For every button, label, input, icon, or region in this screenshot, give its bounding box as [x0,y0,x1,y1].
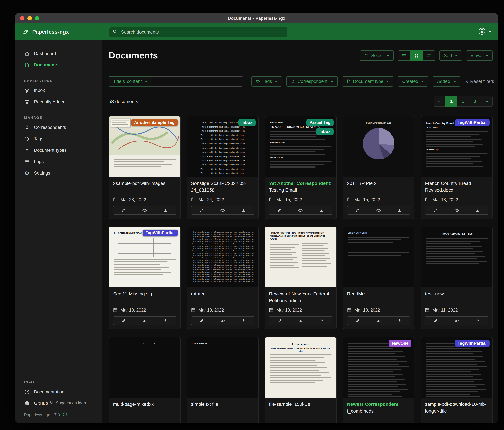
user-menu[interactable] [478,24,491,40]
detail-view-button[interactable] [423,50,435,61]
tag-badge[interactable]: Inbox [316,128,334,135]
view-document-button[interactable] [368,206,389,215]
document-thumbnail[interactable]: Another Sample Tag [109,116,180,177]
view-document-button[interactable] [134,316,155,325]
download-document-button[interactable] [155,316,176,325]
reset-filters-button[interactable]: × Reset filters [465,79,494,84]
title-content-filter-button[interactable]: Title & content [109,76,152,87]
sidebar-item-logs[interactable]: Logs [15,156,102,167]
document-title[interactable]: ReadMe [347,291,410,304]
document-thumbnail[interactable]: Lorem ipsumLorem ipsum dolor sit amet, c… [265,337,336,398]
views-button[interactable]: Views [466,50,493,61]
document-type-filter-button[interactable]: Document type [342,76,394,87]
document-card[interactable]: NewOne Newest Correspondent: f_combineds [343,337,415,423]
added-filter-button[interactable]: Added [433,76,460,87]
list-view-button[interactable] [398,50,411,61]
view-document-button[interactable] [446,206,467,215]
sidebar-item-correspondents[interactable]: Correspondents [15,122,102,133]
suggest-idea-link[interactable]: Suggest an idea [49,401,86,406]
view-document-button[interactable] [212,316,233,325]
sidebar-item-documentation[interactable]: Documentation [15,386,102,397]
document-thumbnail[interactable]: NewOne [343,337,414,398]
download-document-button[interactable] [233,316,254,325]
brand[interactable]: Paperless-ngx [22,28,69,35]
grid-view-button[interactable] [410,50,423,61]
sidebar-item-settings[interactable]: ⚙ Settings [15,167,102,178]
document-thumbnail[interactable]: This is the text that appears on the fir… [187,227,258,287]
edit-document-button[interactable] [269,316,290,325]
document-title[interactable]: simple txt file [191,401,254,415]
document-card[interactable]: Inbox This is a test for the double spac… [187,116,259,219]
document-card[interactable]: Another Sample Tag 2sample-pdf-with-imag… [109,116,180,219]
sidebar-item-inbox[interactable]: Inbox [15,84,102,96]
tags-filter-button[interactable]: Tags [252,76,282,87]
document-thumbnail[interactable]: Patient BP Distribution 2011 [343,116,414,177]
tag-badge[interactable]: Partial Tag [306,119,334,126]
document-title[interactable]: Sec 11-Missing sig [113,291,176,304]
document-thumbnail[interactable]: This is a test file. [187,337,258,398]
title-content-filter-input[interactable] [152,76,243,87]
edit-document-button[interactable] [191,316,212,325]
search-box[interactable] [109,27,287,37]
created-filter-button[interactable]: Created [398,76,428,87]
document-title[interactable]: Yet Another Correspondent: Testing Email [269,180,332,194]
edit-document-button[interactable] [425,316,446,325]
document-card[interactable]: TagWithPartial sample-pdf-download-10-mb… [421,337,493,423]
view-document-button[interactable] [368,316,389,325]
download-document-button[interactable] [155,206,176,215]
document-title[interactable]: 2011 BP Pie 2 [347,180,410,194]
download-document-button[interactable] [389,316,410,325]
info-circle-icon[interactable] [63,412,67,418]
document-card[interactable]: This is a test file. simple txt file [187,337,259,423]
select-button[interactable]: Select [360,50,394,61]
document-title[interactable]: 2sample-pdf-with-images [113,180,176,194]
document-title[interactable]: file-sample_150kBs [269,401,332,415]
tag-badge[interactable]: TagWithPartial [455,340,490,347]
document-title[interactable]: multi-page-mixedxx [113,401,176,415]
sidebar-item-dashboard[interactable]: Dashboard [15,48,102,59]
document-thumbnail[interactable]: Partial TagInbox Release NotesSimba ODBC… [265,116,336,177]
download-document-button[interactable] [311,206,332,215]
download-document-button[interactable] [233,206,254,215]
sidebar-item-documents[interactable]: Documents [15,59,102,71]
edit-document-button[interactable] [113,206,134,215]
document-title[interactable]: Sonstige ScanPC2022 03-24_081058 [191,180,254,194]
document-thumbnail[interactable]: This is a multi page document. Page 1. [109,337,180,398]
document-card[interactable]: Adobe Acrobat PDF Files test_new Mar 11,… [421,227,493,329]
edit-document-button[interactable] [269,206,290,215]
edit-document-button[interactable] [347,316,368,325]
document-title[interactable]: Newest Correspondent: f_combineds [347,401,410,415]
pagination-page-3[interactable]: 3 [469,96,481,107]
document-title[interactable]: test_new [425,291,488,304]
document-card[interactable]: This is the text that appears on the fir… [187,227,259,329]
document-card[interactable]: Patient BP Distribution 2011 2011 BP Pie… [343,116,415,219]
edit-document-button[interactable] [425,206,446,215]
view-document-button[interactable] [212,206,233,215]
document-card[interactable]: TagWithPartial French Country BreadFor t… [421,116,493,219]
download-document-button[interactable] [389,206,410,215]
document-title[interactable]: French Country Bread Revised.docx [425,180,488,194]
close-window-button[interactable] [20,16,25,20]
document-thumbnail[interactable]: Inbox This is a test for the double spac… [187,116,258,177]
document-title[interactable]: rotated [191,291,254,304]
edit-document-button[interactable] [191,206,212,215]
document-card[interactable]: Contact Sheet Demo ReadMe Mar 13, 2022 [343,227,415,329]
document-card[interactable]: Review of New York Federal Petitions for… [265,227,336,329]
document-correspondent-link[interactable]: Yet Another Correspondent [269,181,330,186]
minimize-window-button[interactable] [27,16,32,20]
tag-badge[interactable]: TagWithPartial [455,119,490,126]
document-title[interactable]: sample-pdf-download-10-mb-longer-title [425,401,488,415]
sidebar-item-document-types[interactable]: # Document types [15,144,102,156]
document-card[interactable]: TagWithPartial 1.1. CONTINUING MEDICAL E… [109,227,180,329]
sort-button[interactable]: Sort [440,50,462,61]
search-input[interactable] [120,29,284,35]
sidebar-item-tags[interactable]: Tags [15,133,102,144]
pagination-page-1[interactable]: 1 [445,96,457,107]
view-document-button[interactable] [134,206,155,215]
pagination-prev[interactable]: « [433,96,446,107]
zoom-window-button[interactable] [35,16,39,20]
download-document-button[interactable] [467,206,488,215]
download-document-button[interactable] [467,316,488,325]
document-title[interactable]: Review-of-New-York-Federal-Petitions-art… [269,291,332,304]
tag-badge[interactable]: Another Sample Tag [131,119,178,126]
